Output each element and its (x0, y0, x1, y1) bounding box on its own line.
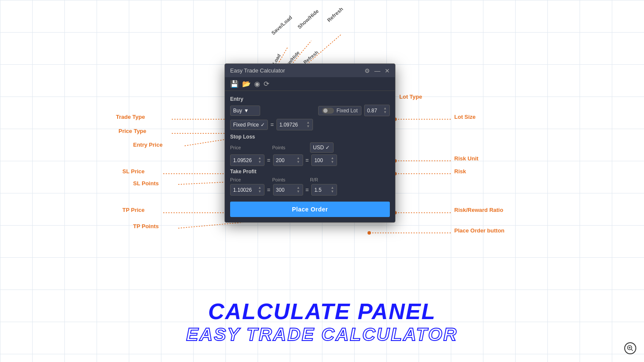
stop-loss-section: Stop Loss Price Points USD ✓ 1.09526 ▲ ▼ (230, 134, 390, 166)
tp-points-input[interactable]: 300 ▲ ▼ (273, 184, 303, 196)
lot-size-annotation: Lot Size (454, 114, 476, 120)
entry-price-spinner[interactable]: ▲ ▼ (307, 121, 310, 128)
sl-points-col-header: Points (272, 145, 302, 150)
settings-icon[interactable]: ⚙ (365, 68, 370, 74)
sl-points-spinner[interactable]: ▲ ▼ (297, 157, 300, 164)
risk-spinner[interactable]: ▲ ▼ (331, 157, 334, 164)
minimize-icon[interactable]: — (374, 68, 380, 74)
sl-price-up[interactable]: ▲ (258, 157, 261, 160)
tp-points-value: 300 (276, 187, 285, 193)
trade-type-annotation: Trade Type (116, 114, 145, 120)
price-type-value: Fixed Price (233, 122, 259, 128)
stop-loss-label: Stop Loss (230, 134, 390, 140)
entry-row: Buy ▼ Fixed Lot 0.87 ▲ ▼ (230, 105, 390, 116)
sl-price-spinner[interactable]: ▲ ▼ (258, 157, 261, 164)
sl-points-annotation: SL Points (133, 180, 159, 187)
take-profit-section: Take Profit Price Points R/R 1.10026 ▲ ▼… (230, 169, 390, 196)
tp-points-up[interactable]: ▲ (297, 186, 300, 190)
price-type-row: Fixed Price ✓ = 1.09726 ▲ ▼ (230, 119, 390, 130)
sl-points-up[interactable]: ▲ (297, 157, 300, 160)
risk-input[interactable]: 100 ▲ ▼ (311, 154, 337, 166)
risk-down[interactable]: ▼ (331, 160, 334, 164)
risk-annotation: Risk (454, 168, 466, 175)
tp-points-down[interactable]: ▼ (297, 190, 300, 193)
close-icon[interactable]: ✕ (385, 68, 390, 74)
sl-points-down[interactable]: ▼ (297, 160, 300, 164)
place-order-button[interactable]: Place Order (230, 202, 390, 217)
tp-price-value: 1.10026 (233, 187, 252, 193)
sl-col-headers: Price Points USD ✓ (230, 142, 390, 153)
rr-input[interactable]: 1.5 ▲ ▼ (311, 184, 337, 196)
rr-up[interactable]: ▲ (331, 186, 334, 190)
tp-price-annotation: TP Price (122, 207, 145, 213)
price-type-select[interactable]: Fixed Price ✓ (230, 120, 268, 130)
tp-values-row: 1.10026 ▲ ▼ = 300 ▲ ▼ = 1.5 (230, 184, 390, 196)
rr-ratio-annotation: Risk/Reward Ratio (454, 207, 503, 213)
entry-price-down[interactable]: ▼ (307, 125, 310, 128)
risk-unit-value: USD (313, 145, 324, 151)
lot-size-value: 0.87 (367, 108, 377, 114)
trade-type-chevron: ▼ (244, 108, 249, 114)
tp-price-col-header: Price (230, 177, 264, 182)
title-bar-controls: ⚙ — ✕ (365, 68, 390, 74)
panel-body: Entry Buy ▼ Fixed Lot 0.87 ▲ ▼ (225, 91, 395, 222)
entry-price-up[interactable]: ▲ (307, 121, 310, 124)
lot-type-label: Fixed Lot (337, 108, 358, 114)
sl-points-input[interactable]: 200 ▲ ▼ (273, 154, 303, 166)
tp-col-headers: Price Points R/R (230, 177, 390, 182)
risk-unit-annotation: Risk Unit (454, 155, 478, 162)
tp-price-input[interactable]: 1.10026 ▲ ▼ (230, 184, 264, 196)
sl-values-row: 1.09526 ▲ ▼ = 200 ▲ ▼ = 100 (230, 154, 390, 166)
eye-icon[interactable]: ◉ (254, 80, 260, 88)
risk-unit-select[interactable]: USD ✓ (310, 142, 334, 153)
rr-value: 1.5 (314, 187, 322, 193)
lot-size-up[interactable]: ▲ (383, 107, 387, 110)
toolbar: 💾 📂 ◉ ⟳ (225, 77, 395, 91)
lot-size-input[interactable]: 0.87 ▲ ▼ (364, 105, 390, 116)
window-title: Easy Trade Calculator (230, 67, 285, 74)
tp-points-spinner[interactable]: ▲ ▼ (297, 186, 300, 193)
risk-up[interactable]: ▲ (331, 157, 334, 160)
sl-eq1: = (267, 157, 270, 163)
risk-unit-chevron: ✓ (325, 145, 330, 151)
sl-price-down[interactable]: ▼ (258, 160, 261, 164)
main-title: CALCULATE PANEL (186, 299, 458, 324)
svg-line-33 (632, 350, 633, 351)
sl-price-col-header: Price (230, 145, 264, 150)
entry-section-label: Entry (230, 96, 390, 102)
lot-type-toggle[interactable]: Fixed Lot (318, 106, 361, 115)
bottom-title: CALCULATE PANEL EASY TRADE CALCULATOR (186, 299, 458, 345)
rr-spinner[interactable]: ▲ ▼ (331, 186, 334, 193)
price-type-annotation: Price Type (118, 128, 146, 134)
zoom-icon[interactable] (624, 342, 636, 354)
title-bar: Easy Trade Calculator ⚙ — ✕ (225, 64, 395, 77)
lot-size-spinner[interactable]: ▲ ▼ (383, 107, 387, 114)
tp-price-down[interactable]: ▼ (258, 190, 261, 193)
trade-type-select[interactable]: Buy ▼ (230, 106, 260, 116)
entry-price-input[interactable]: 1.09726 ▲ ▼ (276, 119, 313, 130)
sl-price-annotation: SL Price (122, 168, 145, 175)
tp-rr-col-header: R/R (310, 177, 336, 182)
sl-price-input[interactable]: 1.09526 ▲ ▼ (230, 154, 264, 166)
lot-size-down[interactable]: ▼ (383, 111, 387, 114)
place-order-btn-annotation: Place Order button (454, 227, 504, 234)
entry-equals: = (270, 121, 274, 128)
load-icon[interactable]: 📂 (242, 80, 251, 88)
tp-eq1: = (267, 187, 270, 193)
entry-price-annotation: Entry Price (133, 142, 163, 148)
sl-price-value: 1.09526 (233, 157, 252, 163)
entry-price-value: 1.09726 (279, 122, 298, 128)
take-profit-label: Take Profit (230, 169, 390, 175)
tp-price-up[interactable]: ▲ (258, 186, 261, 190)
save-icon[interactable]: 💾 (230, 80, 239, 88)
refresh-icon[interactable]: ⟳ (264, 80, 269, 88)
sl-eq2: = (306, 157, 309, 163)
trade-type-value: Buy (233, 108, 242, 114)
tp-eq2: = (306, 187, 309, 193)
rr-down[interactable]: ▼ (331, 190, 334, 193)
tp-points-annotation: TP Points (133, 223, 159, 229)
tp-points-col-header: Points (272, 177, 302, 182)
tp-price-spinner[interactable]: ▲ ▼ (258, 186, 261, 193)
risk-value: 100 (314, 157, 323, 163)
sub-title: EASY TRADE CALCULATOR (186, 324, 458, 345)
